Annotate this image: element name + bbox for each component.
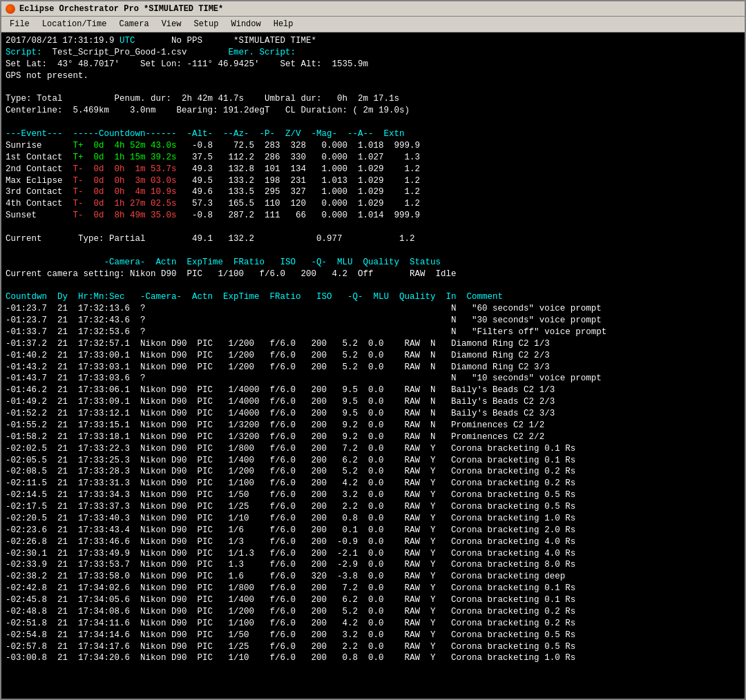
menu-camera[interactable]: Camera [113,18,154,30]
main-content: 2017/08/21 17:31:19.9 UTC No PPS *SIMULA… [1,32,745,699]
menu-window[interactable]: Window [225,18,266,30]
menu-bar: File Location/Time Camera View Setup Win… [1,17,745,32]
menu-location[interactable]: Location/Time [37,18,113,30]
menu-help[interactable]: Help [268,18,299,30]
window-title: Eclipse Orchestrator Pro *SIMULATED TIME… [19,4,223,14]
title-bar: Eclipse Orchestrator Pro *SIMULATED TIME… [1,1,745,17]
menu-view[interactable]: View [156,18,187,30]
menu-file[interactable]: File [4,18,35,30]
app-icon [6,4,15,14]
display-text: 2017/08/21 17:31:19.9 UTC No PPS *SIMULA… [6,35,740,664]
menu-setup[interactable]: Setup [188,18,224,30]
main-window: Eclipse Orchestrator Pro *SIMULATED TIME… [0,0,746,700]
